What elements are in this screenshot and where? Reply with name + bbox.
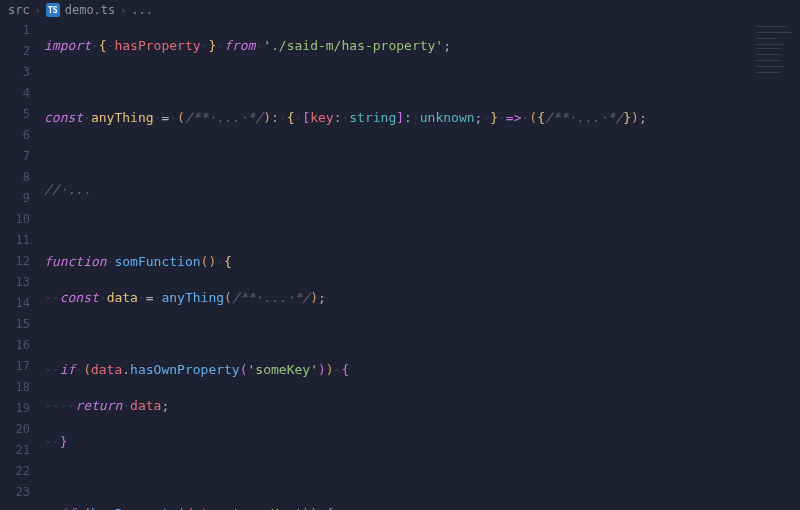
line-number: 16: [0, 335, 30, 356]
code-line[interactable]: ··if·(hasProperty(data,·'someKey'))·{: [44, 503, 800, 510]
code-line[interactable]: ····return·data;: [44, 395, 800, 416]
chevron-right-icon: ›: [120, 5, 126, 16]
line-number: 3: [0, 62, 30, 83]
breadcrumb-file[interactable]: demo.ts: [65, 3, 116, 17]
chevron-right-icon: ›: [35, 5, 41, 16]
line-number-gutter: 1 2 3 4 5 6 7 8 9 10 11 12 13 14 15 16 1…: [0, 20, 44, 510]
line-number: 21: [0, 440, 30, 461]
code-area[interactable]: import·{·hasProperty·}·from·'./said-m/ha…: [44, 20, 800, 510]
line-number: 9: [0, 188, 30, 209]
code-line[interactable]: [44, 323, 800, 344]
code-line[interactable]: [44, 71, 800, 92]
typescript-icon: TS: [46, 3, 60, 17]
line-number: 19: [0, 398, 30, 419]
code-line[interactable]: const·anyThing·=·(/**·...·*/):·{·[key:·s…: [44, 107, 800, 128]
code-line[interactable]: [44, 215, 800, 236]
breadcrumb-folder[interactable]: src: [8, 3, 30, 17]
line-number: 2: [0, 41, 30, 62]
line-number: 10: [0, 209, 30, 230]
code-line[interactable]: [44, 467, 800, 488]
line-number: 8: [0, 167, 30, 188]
code-line[interactable]: ··const·data·=·anyThing(/**·...·*/);: [44, 287, 800, 308]
line-number: 20: [0, 419, 30, 440]
line-number: 18: [0, 377, 30, 398]
code-line[interactable]: import·{·hasProperty·}·from·'./said-m/ha…: [44, 35, 800, 56]
line-number: 13: [0, 272, 30, 293]
line-number: 14: [0, 293, 30, 314]
line-number: 23: [0, 482, 30, 503]
breadcrumb-tail: ...: [131, 3, 153, 17]
line-number: 12: [0, 251, 30, 272]
line-number: 7: [0, 146, 30, 167]
line-number: 15: [0, 314, 30, 335]
line-number: 11: [0, 230, 30, 251]
line-number: 4: [0, 83, 30, 104]
line-number: 1: [0, 20, 30, 41]
line-number: 5: [0, 104, 30, 125]
code-line[interactable]: //·...: [44, 179, 800, 200]
code-editor[interactable]: 1 2 3 4 5 6 7 8 9 10 11 12 13 14 15 16 1…: [0, 20, 800, 510]
line-number: 17: [0, 356, 30, 377]
code-line[interactable]: [44, 143, 800, 164]
code-line[interactable]: function·somFunction()·{: [44, 251, 800, 272]
breadcrumb[interactable]: src › TS demo.ts › ...: [0, 0, 800, 20]
code-line[interactable]: ··if·(data.hasOwnProperty('someKey'))·{: [44, 359, 800, 380]
code-line[interactable]: ··}: [44, 431, 800, 452]
line-number: 22: [0, 461, 30, 482]
line-number: 6: [0, 125, 30, 146]
